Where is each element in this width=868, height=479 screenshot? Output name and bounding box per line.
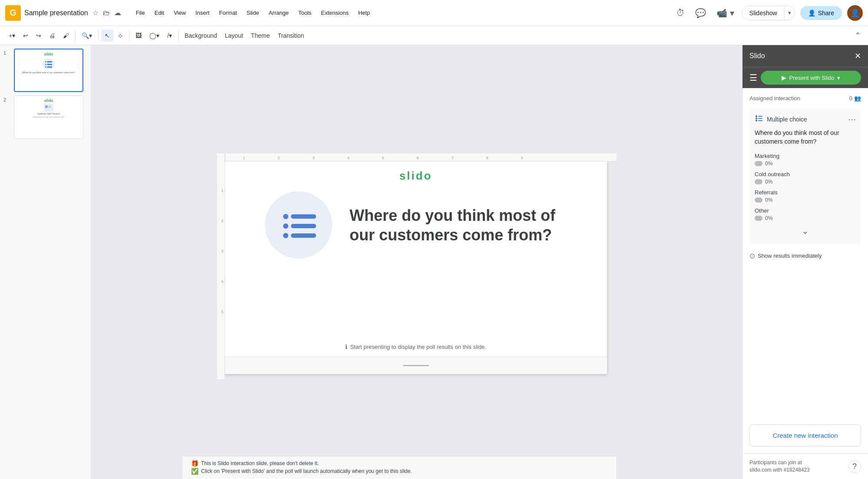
notif1-icon: 🎁 [191, 460, 198, 467]
slide-item-2[interactable]: 2 slido 💬 Audience Q&A Session Participa… [3, 95, 87, 139]
svg-rect-20 [756, 120, 757, 121]
shape-button[interactable]: ◯▾ [146, 30, 163, 42]
slide-item-1[interactable]: 1 slido [3, 49, 87, 92]
user-avatar[interactable]: 👤 [847, 5, 863, 21]
top-right-controls: ⏱ 💬 📹 ▾ Slideshow ▾ 👤 Share 👤 [673, 5, 863, 21]
toolbar: +▾ ↩ ↪ 🖨 🖌 🔍▾ ↖ ⊹ 🖼 ◯▾ /▾ Background Lay… [0, 26, 868, 45]
slide-question-text: Where do you think most of our customers… [350, 206, 567, 245]
join-info: Participants can join atslido.com with #… [749, 459, 810, 474]
comments-button[interactable]: 💬 [693, 5, 709, 21]
svg-point-1 [45, 61, 46, 62]
slide-progress-area [225, 357, 607, 374]
present-icon: ▶ [782, 74, 786, 81]
thumb1-text: Where do you think most of our customers… [17, 71, 80, 74]
cursor-button[interactable]: ↖ [101, 30, 113, 42]
slido-header: Slido ✕ [743, 45, 868, 67]
svg-text:💬: 💬 [49, 106, 51, 108]
layout-button[interactable]: Layout [221, 30, 247, 42]
svg-rect-8 [45, 105, 48, 108]
thumb2-text: Participants can type their questions he… [17, 116, 80, 118]
theme-button[interactable]: Theme [248, 30, 274, 42]
slide-logo: slido [399, 161, 432, 183]
answer-label-3: Referrals [755, 189, 856, 196]
answer-bar-row-3: 0% [755, 197, 856, 203]
slido-menu-button[interactable]: ☰ [749, 72, 757, 83]
svg-point-10 [283, 214, 288, 219]
create-new-interaction-button[interactable]: Create new interaction [749, 424, 861, 446]
slido-title: Slido [749, 52, 765, 60]
folder-icon[interactable]: 🗁 [103, 9, 110, 17]
show-results-label: Show results immediately [758, 253, 822, 259]
answer-bar-3 [755, 197, 762, 203]
notification-1: 🎁 This is Slido interaction slide, pleas… [191, 460, 607, 467]
slide-canvas: slido [225, 161, 607, 374]
menu-insert[interactable]: Insert [191, 7, 214, 19]
chevron-down-icon[interactable]: ⌄ [802, 226, 809, 236]
present-with-slido-button[interactable]: ▶ Present with Slido ▾ [761, 71, 861, 85]
collapse-toolbar-button[interactable]: ⌃ [853, 29, 863, 42]
answer-bar-4 [755, 216, 762, 221]
answer-label-2: Cold outreach [755, 171, 856, 177]
menu-view[interactable]: View [169, 7, 190, 19]
separator-2 [98, 30, 99, 41]
menu-tools[interactable]: Tools [294, 7, 316, 19]
select-button[interactable]: ⊹ [114, 30, 126, 42]
show-results-icon: ⊙ [749, 252, 755, 260]
image-button[interactable]: 🖼 [132, 30, 145, 42]
interaction-type-label: Multiple choice [767, 116, 807, 123]
interaction-card-header: Multiple choice ⋯ [755, 114, 856, 125]
answer-bar-row-2: 0% [755, 179, 856, 185]
answer-pct-1: 0% [765, 161, 772, 167]
answer-label-4: Other [755, 207, 856, 214]
redo-button[interactable]: ↪ [33, 30, 45, 42]
help-button[interactable]: ? [848, 460, 861, 473]
undo-button[interactable]: ↩ [20, 30, 32, 42]
menu-slide[interactable]: Slide [242, 7, 264, 19]
line-button[interactable]: /▾ [164, 30, 175, 42]
notif1-text: This is Slido interaction slide, please … [201, 460, 319, 466]
app-icon: G [5, 5, 21, 21]
slideshow-button[interactable]: Slideshow ▾ [742, 6, 795, 20]
svg-rect-13 [291, 224, 316, 228]
thumb2-logo: slido [17, 98, 80, 103]
answer-option-3: Referrals 0% [755, 189, 856, 203]
answer-option-4: Other 0% [755, 207, 856, 221]
slide-thumbnail-2[interactable]: slido 💬 Audience Q&A Session Participant… [14, 95, 83, 139]
join-text: Participants can join atslido.com with #… [749, 459, 810, 473]
show-results-row: ⊙ Show results immediately [749, 252, 861, 260]
menu-extensions[interactable]: Extensions [317, 7, 353, 19]
slide-thumbnail-1[interactable]: slido [14, 49, 83, 92]
interaction-more-button[interactable]: ⋯ [848, 115, 856, 124]
svg-rect-4 [47, 64, 52, 65]
separator-4 [178, 30, 178, 41]
transition-button[interactable]: Transition [274, 30, 307, 42]
video-button[interactable]: 📹 ▾ [714, 5, 737, 21]
svg-rect-2 [47, 61, 52, 62]
history-button[interactable]: ⏱ [673, 5, 687, 20]
slido-close-button[interactable]: ✕ [855, 51, 861, 61]
menu-format[interactable]: Format [215, 7, 241, 19]
star-icon[interactable]: ☆ [92, 9, 99, 17]
print-button[interactable]: 🖨 [46, 30, 59, 42]
zoom-button[interactable]: 🔍▾ [78, 30, 96, 42]
menu-file[interactable]: File [132, 7, 149, 19]
menu-arrange[interactable]: Arrange [264, 7, 293, 19]
paint-format-button[interactable]: 🖌 [59, 30, 73, 42]
expand-answers-button[interactable]: ⌄ [755, 226, 856, 236]
answer-bar-row-1: 0% [755, 161, 856, 167]
background-button[interactable]: Background [181, 30, 221, 42]
add-button[interactable]: +▾ [5, 30, 19, 42]
share-label: Share [818, 10, 834, 16]
slide-number-1: 1 [3, 50, 10, 56]
slide-icon [265, 191, 332, 259]
canvas-area: 1 2 3 4 5 6 7 8 9 1 2 3 4 5 slido [91, 45, 742, 479]
slideshow-main-button[interactable]: Slideshow [743, 6, 784, 20]
share-button[interactable]: 👤 Share [800, 6, 842, 20]
slideshow-dropdown-button[interactable]: ▾ [784, 6, 795, 20]
menu-edit[interactable]: Edit [150, 7, 168, 19]
cloud-icon[interactable]: ☁ [114, 9, 121, 17]
menu-help[interactable]: Help [354, 7, 374, 19]
svg-rect-15 [291, 233, 316, 238]
answer-option-1: Marketing 0% [755, 153, 856, 167]
answer-pct-3: 0% [765, 197, 772, 203]
